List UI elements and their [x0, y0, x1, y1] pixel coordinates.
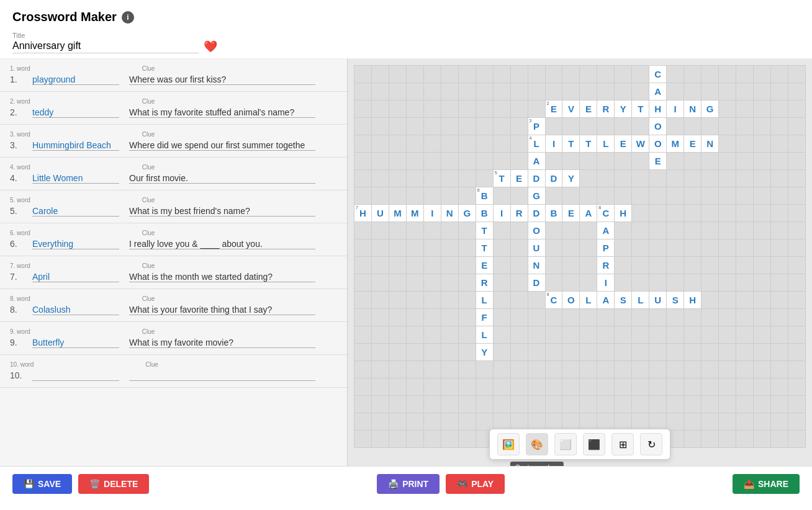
grid-cell[interactable] [406, 153, 423, 170]
grid-cell[interactable] [719, 153, 736, 170]
grid-cell[interactable] [649, 170, 667, 187]
grid-cell[interactable] [371, 66, 389, 83]
grid-cell[interactable] [441, 431, 458, 448]
grid-cell[interactable] [736, 101, 754, 118]
grid-cell[interactable]: V [562, 101, 580, 118]
grid-cell[interactable] [753, 257, 770, 274]
grid-cell[interactable]: E [510, 170, 528, 187]
grid-cell[interactable] [770, 396, 788, 413]
grid-cell[interactable] [615, 361, 632, 378]
grid-cell[interactable]: I [493, 205, 510, 222]
grid-cell[interactable] [371, 83, 389, 101]
grid-cell[interactable] [510, 292, 528, 309]
play-button[interactable]: 🎮 PLAY [446, 474, 505, 494]
grid-cell[interactable] [510, 326, 528, 344]
grid-cell[interactable] [580, 378, 597, 396]
grid-cell[interactable] [719, 118, 736, 135]
grid-cell[interactable] [545, 361, 562, 378]
grid-cell[interactable] [667, 396, 684, 413]
grid-cell[interactable]: R [597, 257, 615, 274]
grid-cell[interactable] [389, 292, 406, 309]
grid-cell[interactable] [667, 118, 684, 135]
grid-cell[interactable] [753, 326, 770, 344]
grid-cell[interactable] [701, 83, 719, 101]
grid-cell[interactable] [770, 257, 788, 274]
grid-cell[interactable]: G [701, 101, 719, 118]
word-input[interactable] [32, 74, 119, 85]
clue-input[interactable] [129, 370, 315, 381]
grid-cell[interactable] [667, 361, 684, 378]
grid-cell[interactable] [770, 361, 788, 378]
grid-cell[interactable] [510, 66, 528, 83]
grid-cell[interactable] [354, 66, 372, 83]
grid-cell[interactable] [580, 413, 597, 431]
grid-cell[interactable]: A [597, 222, 615, 239]
grid-cell[interactable] [476, 396, 493, 413]
grid-cell[interactable] [493, 309, 510, 326]
grid-cell[interactable]: W [632, 135, 649, 153]
grid-cell[interactable] [684, 309, 701, 326]
grid-cell[interactable]: T [580, 135, 597, 153]
grid-cell[interactable] [406, 344, 423, 361]
grid-cell[interactable] [719, 205, 736, 222]
clue-input[interactable] [129, 107, 315, 118]
grid-cell[interactable] [458, 101, 476, 118]
grid-cell[interactable] [562, 187, 580, 205]
grid-cell[interactable] [684, 396, 701, 413]
grid-cell[interactable] [684, 187, 701, 205]
grid-cell[interactable]: Y [476, 344, 493, 361]
grid-cell[interactable] [649, 326, 667, 344]
grid-cell[interactable] [389, 222, 406, 239]
grid-cell[interactable] [788, 257, 805, 274]
grid-cell[interactable] [788, 118, 805, 135]
grid-cell[interactable] [615, 274, 632, 292]
grid-cell[interactable] [632, 274, 649, 292]
grid-cell[interactable] [545, 239, 562, 257]
grid-cell[interactable] [371, 274, 389, 292]
grid-cell[interactable] [371, 344, 389, 361]
grid-cell[interactable] [753, 222, 770, 239]
grid-cell[interactable] [719, 222, 736, 239]
grid-cell[interactable] [667, 274, 684, 292]
grid-cell[interactable] [562, 361, 580, 378]
grid-cell[interactable] [389, 274, 406, 292]
grid-cell[interactable] [441, 153, 458, 170]
grid-cell[interactable] [562, 239, 580, 257]
grid-cell[interactable] [354, 309, 372, 326]
grid-cell[interactable] [354, 153, 372, 170]
grid-cell[interactable]: 6B [476, 187, 493, 205]
grid-cell[interactable] [406, 309, 423, 326]
grid-cell[interactable] [701, 222, 719, 239]
grid-cell[interactable] [423, 413, 441, 431]
print-button[interactable]: 🖨️ PRINT [377, 474, 440, 494]
grid-cell[interactable] [615, 83, 632, 101]
grid-cell[interactable] [528, 83, 545, 101]
grid-cell[interactable] [510, 101, 528, 118]
grid-cell[interactable]: E [684, 135, 701, 153]
grid-cell[interactable] [597, 66, 615, 83]
grid-cell[interactable] [458, 344, 476, 361]
grid-cell[interactable] [562, 274, 580, 292]
grid-cell[interactable] [719, 83, 736, 101]
grid-cell[interactable] [493, 292, 510, 309]
grid-cell[interactable] [788, 378, 805, 396]
grid-cell[interactable] [632, 309, 649, 326]
grid-cell[interactable] [389, 326, 406, 344]
grid-cell[interactable] [753, 239, 770, 257]
grid-cell[interactable] [701, 187, 719, 205]
grid-button[interactable]: ⊞ [611, 433, 634, 455]
grid-cell[interactable] [788, 396, 805, 413]
grid-cell[interactable] [458, 66, 476, 83]
grid-cell[interactable] [406, 239, 423, 257]
grid-cell[interactable] [701, 274, 719, 292]
grid-cell[interactable] [389, 187, 406, 205]
grid-cell[interactable] [667, 205, 684, 222]
grid-cell[interactable] [406, 361, 423, 378]
grid-cell[interactable] [701, 413, 719, 431]
word-input[interactable] [32, 338, 119, 348]
grid-cell[interactable] [788, 431, 805, 448]
clue-input[interactable] [129, 338, 315, 348]
grid-cell[interactable] [701, 118, 719, 135]
grid-cell[interactable] [736, 396, 754, 413]
grid-cell[interactable] [719, 344, 736, 361]
